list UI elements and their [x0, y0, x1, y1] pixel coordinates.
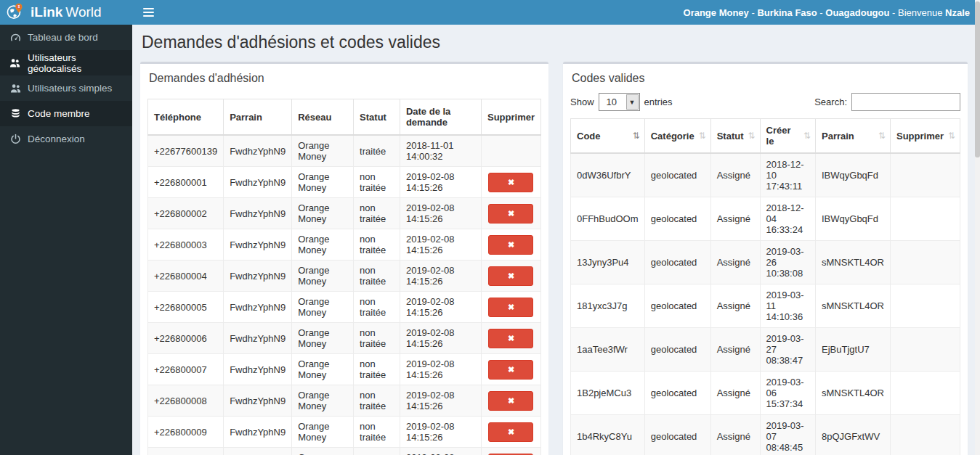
adhesions-table: TéléphoneParrainRéseauStatutDate de la d…	[147, 99, 541, 455]
cell-parrain: FwdhzYphN9	[224, 198, 292, 229]
delete-button[interactable]: ✖	[488, 235, 533, 255]
delete-button[interactable]: ✖	[488, 329, 533, 348]
codes-table-body: 0dW36UfbrY geolocated Assigné 2018-12-10…	[571, 153, 960, 455]
table-row: 181yxc3J7g geolocated Assigné 2019-03-11…	[571, 284, 960, 328]
cell-code: 1b4RkyC8Yu	[571, 415, 645, 455]
adhesions-panel: Demandes d'adhésion TéléphoneParrainRése…	[140, 62, 548, 455]
search-label: Search:	[814, 97, 847, 107]
table-row: +226800006 FwdhzYphN9 Orange Money non t…	[148, 323, 541, 354]
user-info-segment: Bienvenue	[898, 7, 945, 18]
x-icon: ✖	[508, 271, 514, 280]
cell-reseau: Orange Money	[292, 323, 354, 354]
sidebar-item-label: Utilisateurs simples	[28, 83, 112, 94]
cell-telephone: +226800002	[148, 198, 224, 229]
sidebar-item-utilisateurs-simples[interactable]: Utilisateurs simples	[0, 75, 132, 101]
column-header-creer-le[interactable]: Créer le ⇅	[760, 119, 815, 154]
delete-button[interactable]: ✖	[488, 298, 533, 317]
cell-parrain: FwdhzYphN9	[224, 385, 292, 417]
cell-parrain: IBWqyGbqFd	[816, 153, 891, 197]
cell-supprimer: ✖	[481, 354, 540, 385]
column-header-supprimer[interactable]: Supprimer ⇅	[890, 119, 960, 154]
table-row: +226800002 FwdhzYphN9 Orange Money non t…	[148, 198, 541, 229]
delete-button[interactable]: ✖	[488, 266, 533, 286]
table-row: 1B2pjeMCu3 geolocated Assigné 2019-03-06…	[571, 372, 960, 415]
table-row: +226800004 FwdhzYphN9 Orange Money non t…	[148, 261, 541, 292]
sidebar-item-tableau-de-bord[interactable]: Tableau de bord	[0, 25, 132, 50]
cell-code: 1aaTee3fWr	[571, 328, 645, 372]
dashboard-icon	[9, 32, 21, 43]
delete-button[interactable]: ✖	[488, 204, 533, 224]
column-header-parrain: Parrain	[224, 99, 292, 136]
cell-parrain: sMNSKTL4OR	[816, 284, 891, 328]
sort-icon: ⇅	[699, 131, 706, 141]
cell-cree-le: 2019-03-26 10:38:08	[760, 241, 815, 284]
cell-categorie: geolocated	[644, 328, 710, 372]
cell-reseau: Orange Money	[292, 135, 354, 167]
delete-button[interactable]: ✖	[488, 422, 533, 442]
cell-telephone: +226800005	[148, 292, 224, 323]
table-row: +22677600139 FwdhzYphN9 Orange Money tra…	[148, 135, 541, 167]
cell-reseau: Orange Money	[292, 292, 354, 323]
cell-statut: non traitée	[354, 229, 400, 261]
delete-button[interactable]: ✖	[488, 173, 533, 192]
page-size-select[interactable]: 10 ▼	[599, 93, 640, 111]
cell-supprimer	[890, 284, 960, 328]
cell-parrain: FwdhzYphN9	[224, 292, 292, 323]
cell-supprimer	[890, 415, 960, 455]
cell-statut: Assigné	[710, 197, 760, 241]
cell-statut: traitée	[354, 135, 400, 167]
page-title: Demandes d'adhésions et codes valides	[142, 33, 968, 52]
scrollbar-track[interactable]	[975, 0, 980, 455]
cell-supprimer	[890, 153, 960, 197]
sort-icon: ⇅	[633, 131, 640, 141]
sidebar-item-utilisateurs-geolocalises[interactable]: Utilisateurs géolocalisés	[0, 50, 132, 75]
sidebar-item-deconnexion[interactable]: Déconnexion	[0, 126, 132, 152]
x-icon: ✖	[508, 396, 514, 405]
cell-supprimer	[890, 197, 960, 241]
column-header-parrain[interactable]: Parrain ⇅	[816, 119, 891, 154]
x-icon: ✖	[508, 365, 514, 374]
cell-code: 0FFhBudOOm	[571, 197, 645, 241]
hamburger-menu-icon[interactable]	[132, 0, 164, 25]
cell-cree-le: 2018-12-10 17:43:11	[760, 153, 815, 197]
column-header-statut[interactable]: Statut ⇅	[710, 119, 760, 154]
cell-statut: non traitée	[354, 167, 400, 198]
column-header-code[interactable]: Code ⇅	[571, 119, 645, 154]
cell-telephone: +226800006	[148, 323, 224, 354]
cell-reseau: Orange Money	[292, 229, 354, 261]
scrollbar-thumb[interactable]	[975, 1, 980, 157]
cell-supprimer: ✖	[481, 292, 540, 323]
cell-code: 1B2pjeMCu3	[571, 372, 645, 415]
table-controls: Show 10 ▼ entries Search:	[563, 91, 968, 118]
cell-supprimer	[890, 241, 960, 284]
users-icon	[9, 57, 21, 68]
search-input[interactable]	[851, 93, 960, 111]
delete-button[interactable]: ✖	[488, 360, 533, 380]
cell-reseau: Orange Money	[292, 417, 354, 448]
cell-statut: Assigné	[710, 328, 760, 372]
brand-logo-link[interactable]: $ iLinkWorld	[0, 0, 132, 25]
cell-parrain: sMNSKTL4OR	[816, 372, 891, 415]
cell-telephone: +226800004	[148, 261, 224, 292]
x-icon: ✖	[508, 209, 514, 218]
cell-statut: non traitée	[354, 417, 400, 448]
sort-icon: ⇅	[948, 131, 955, 141]
cell-supprimer: ✖	[481, 198, 540, 229]
column-header-categorie[interactable]: Catégorie ⇅	[644, 119, 710, 154]
cell-supprimer: ✖	[481, 167, 540, 198]
user-info-segment: -	[749, 7, 758, 18]
cell-telephone: +226800009	[148, 417, 224, 448]
cell-statut: non traitée	[354, 198, 400, 229]
cell-cree-le: 2018-12-04 16:33:24	[760, 197, 815, 241]
cell-date: 2019-02-08 14:15:26	[400, 261, 481, 292]
cell-code: 181yxc3J7g	[571, 284, 645, 328]
sidebar-item-code-membre[interactable]: Code membre	[0, 101, 132, 126]
cell-supprimer: ✖	[481, 448, 540, 455]
column-header-date-de-la-demande: Date de la demande	[400, 99, 481, 136]
cell-reseau: Orange Money	[292, 261, 354, 292]
cell-supprimer	[890, 372, 960, 415]
sidebar: Tableau de bord Utilisateurs géolocalisé…	[0, 25, 132, 455]
cell-supprimer	[890, 328, 960, 372]
delete-button[interactable]: ✖	[488, 391, 533, 411]
cell-statut: Assigné	[710, 372, 760, 415]
